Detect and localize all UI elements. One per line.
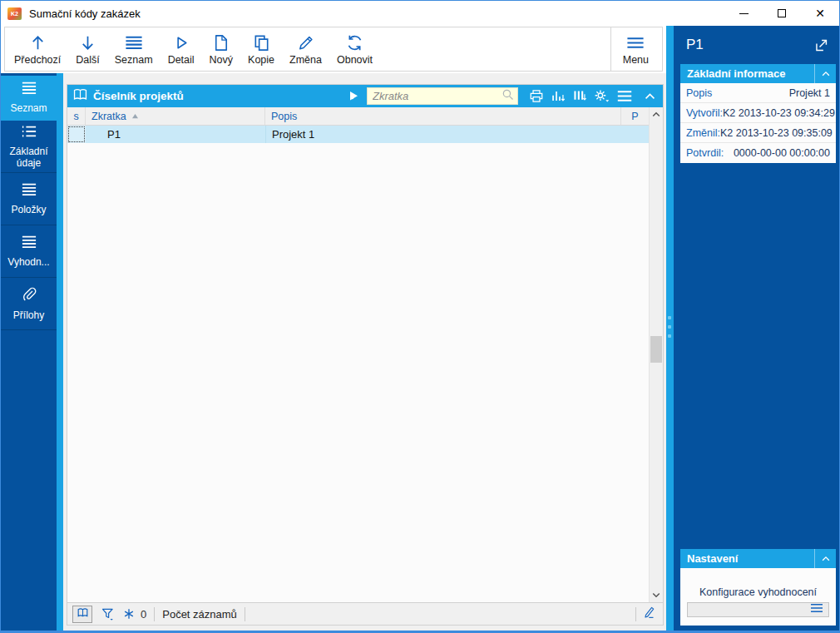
print-button[interactable] (528, 88, 545, 104)
previous-label: Předchozí (14, 54, 61, 66)
grid-next-button[interactable] (348, 90, 361, 103)
config-field-input[interactable] (687, 602, 829, 617)
panel-bottom-padding (674, 626, 839, 631)
arrow-up-icon (28, 33, 47, 52)
info-value: K2 2013-10-23 09:35:09 (720, 127, 833, 139)
list-icon (20, 81, 38, 99)
list-icon (20, 182, 38, 200)
search-input[interactable] (373, 90, 501, 102)
close-icon: ✕ (815, 7, 825, 19)
filter-icon[interactable] (100, 606, 116, 621)
vertical-scrollbar[interactable] (649, 107, 663, 602)
section-header[interactable]: Základní informace (680, 64, 836, 83)
toolbar-row: Předchozí Další Seznam Detail (1, 26, 666, 73)
detail-panel: P1 Základní informace Popis Projekt 1 Vy… (674, 26, 839, 631)
chevron-up-icon[interactable] (814, 64, 836, 83)
column-header-zkratka[interactable]: Zkratka (86, 107, 265, 125)
pencil-icon (296, 33, 315, 52)
asterisk-icon (122, 607, 136, 621)
table-body-empty (67, 143, 649, 602)
row-selector-cell[interactable] (67, 126, 86, 143)
detail-label: Detail (168, 54, 195, 66)
sidebar-item-zakladni-udaje[interactable]: Základní údaje (1, 121, 57, 173)
sidebar-item-prilohy[interactable]: Přílohy (1, 278, 57, 330)
app-logo-icon: K2 (7, 7, 22, 20)
scrollbar-thumb[interactable] (650, 336, 662, 363)
sidebar-item-polozky[interactable]: Položky (1, 173, 57, 225)
column-header-s[interactable]: s (67, 107, 86, 125)
info-label: Potvrdil: (686, 147, 724, 159)
grid-menu-button[interactable] (615, 88, 634, 104)
minimize-icon (739, 13, 749, 14)
list-label: Seznam (115, 54, 153, 66)
sidebar-item-label: Seznam (10, 103, 47, 115)
refresh-label: Obnovit (337, 54, 373, 66)
lookup-menu-icon[interactable] (808, 602, 825, 617)
settings-gear-button[interactable] (593, 88, 610, 104)
chart-button[interactable] (550, 88, 566, 104)
detail-button[interactable]: Detail (161, 27, 202, 71)
cell-p (621, 126, 649, 143)
column-header-p[interactable]: P (621, 107, 649, 125)
copy-label: Kopie (248, 54, 274, 66)
title-bar: K2 Sumační kódy zakázek ✕ (1, 1, 839, 26)
left-region: Předchozí Další Seznam Detail (1, 26, 666, 631)
list-icon (20, 235, 38, 253)
arrow-down-icon (78, 33, 97, 52)
menu-button[interactable]: Menu (610, 27, 660, 71)
refresh-button[interactable]: Obnovit (329, 27, 380, 71)
maximize-button[interactable] (763, 1, 801, 26)
sidebar-item-seznam[interactable]: Seznam (1, 76, 57, 121)
column-label: Popis (271, 111, 297, 122)
grid-status-bar: 0 Počet záznamů (67, 602, 663, 625)
sidebar-accent-strip (57, 73, 63, 631)
grid-search (367, 87, 518, 105)
info-row-popis: Popis Projekt 1 (680, 83, 836, 103)
window-controls: ✕ (724, 1, 839, 26)
section-title: Základní informace (687, 67, 785, 80)
scrollbar-track[interactable] (650, 121, 663, 588)
document-icon (211, 33, 230, 52)
list-icon (123, 33, 145, 52)
chevron-up-icon[interactable] (814, 549, 836, 568)
column-label: P (631, 111, 638, 122)
change-button[interactable]: Změna (282, 27, 329, 71)
column-header-popis[interactable]: Popis (265, 107, 621, 125)
table-row[interactable]: P1 Projekt 1 (67, 126, 649, 143)
sidebar-item-vyhodnoceni[interactable]: Vyhodn... (1, 225, 57, 278)
collapse-grid-button[interactable] (643, 90, 657, 102)
next-button[interactable]: Další (68, 27, 106, 71)
scroll-up-button[interactable] (650, 107, 663, 121)
previous-button[interactable]: Předchozí (7, 27, 68, 71)
close-button[interactable]: ✕ (801, 1, 839, 26)
grid-title: Číselník projektů (93, 90, 184, 102)
main-area: Číselník projektů (63, 73, 666, 631)
copy-icon (252, 33, 271, 52)
edit-pencil-icon[interactable] (640, 605, 656, 623)
list-button[interactable]: Seznam (107, 27, 161, 71)
book-icon (72, 87, 88, 105)
section-basic-info: Základní informace Popis Projekt 1 Vytvo… (680, 64, 836, 163)
toolbar: Předchozí Další Seznam Detail (4, 27, 663, 72)
minimize-button[interactable] (724, 1, 763, 26)
records-count-label: Počet záznamů (162, 608, 237, 621)
info-value: 0000-00-00 00:00:00 (734, 147, 830, 159)
copy-button[interactable]: Kopie (240, 27, 282, 71)
section-body: Konfigurace vyhodnocení (680, 568, 836, 626)
panel-splitter[interactable] (666, 26, 674, 631)
book-view-toggle[interactable] (72, 606, 92, 623)
sidebar-item-label: Přílohy (13, 310, 44, 322)
separator (154, 607, 155, 621)
new-button[interactable]: Nový (202, 27, 240, 71)
detail-list-icon (20, 124, 38, 142)
sort-asc-icon (131, 113, 139, 119)
scroll-down-button[interactable] (650, 588, 663, 602)
cell-popis: Projekt 1 (265, 126, 621, 143)
next-label: Další (76, 54, 99, 66)
open-in-window-button[interactable] (813, 37, 829, 53)
section-header[interactable]: Nastavení (680, 549, 836, 568)
columns-button[interactable] (571, 88, 588, 104)
record-title: P1 (686, 37, 704, 53)
config-field-label: Konfigurace vyhodnocení (699, 586, 817, 598)
splitter-handle-icon (668, 316, 671, 338)
